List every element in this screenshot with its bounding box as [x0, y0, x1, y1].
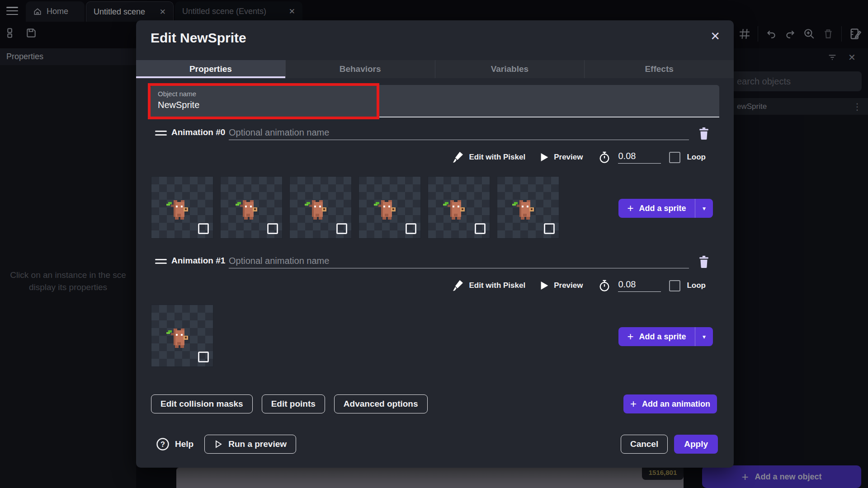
- apply-button[interactable]: Apply: [674, 435, 718, 454]
- sprite-frame-thumbnail[interactable]: [151, 305, 213, 367]
- advanced-options-button[interactable]: Advanced options: [334, 394, 428, 413]
- loop-checkbox[interactable]: [669, 280, 680, 291]
- brush-icon: [453, 280, 463, 291]
- time-between-frames-input[interactable]: [618, 151, 661, 164]
- dialog-tab-strip: Properties Behaviors Variables Effects: [136, 60, 734, 78]
- animation-controls: Edit with Piskel Preview Loop: [453, 277, 706, 294]
- sprite-pig-image: [164, 195, 194, 222]
- loop-checkbox[interactable]: [669, 152, 680, 163]
- frame-select-checkbox[interactable]: [475, 223, 486, 234]
- animation-header: Animation #1: [136, 254, 734, 269]
- time-between-frames-input[interactable]: [618, 279, 661, 292]
- sprite-pig-image: [510, 195, 540, 222]
- loop-label: Loop: [687, 153, 706, 162]
- sprite-pig-image: [164, 323, 194, 350]
- edit-collision-masks-button[interactable]: Edit collision masks: [151, 394, 253, 413]
- tab-effects[interactable]: Effects: [584, 60, 734, 78]
- edit-points-button[interactable]: Edit points: [262, 394, 325, 413]
- delete-animation-icon[interactable]: [698, 255, 710, 268]
- play-icon: [541, 153, 548, 161]
- sprite-pig-image: [441, 195, 471, 222]
- sprite-frames-list: [151, 176, 559, 239]
- drag-handle-icon[interactable]: [155, 259, 167, 266]
- play-outline-icon: [214, 440, 223, 449]
- tab-behaviors[interactable]: Behaviors: [285, 60, 435, 78]
- sprite-frame-thumbnail[interactable]: [497, 176, 559, 239]
- stopwatch-icon: [598, 279, 611, 292]
- play-icon: [541, 282, 548, 290]
- help-icon: ?: [156, 437, 170, 451]
- loop-label: Loop: [687, 281, 706, 290]
- add-sprite-button[interactable]: +Add a sprite ▾: [618, 327, 713, 346]
- chevron-down-icon: ▾: [703, 333, 706, 340]
- add-sprite-button[interactable]: +Add a sprite ▾: [618, 199, 713, 218]
- frame-select-checkbox[interactable]: [544, 223, 555, 234]
- plus-icon: +: [630, 398, 637, 410]
- animation-name-input[interactable]: [229, 126, 689, 140]
- sprite-frames-list: [151, 305, 213, 367]
- cancel-button[interactable]: Cancel: [621, 435, 668, 454]
- animation-controls: Edit with Piskel Preview Loop: [453, 149, 706, 165]
- dialog-title: Edit NewSprite: [151, 30, 246, 46]
- preview-button[interactable]: Preview: [541, 153, 583, 162]
- add-animation-button[interactable]: + Add an animation: [623, 394, 717, 413]
- animation-label: Animation #1: [171, 256, 225, 266]
- add-sprite-dropdown[interactable]: ▾: [695, 327, 713, 346]
- plus-icon: +: [627, 202, 633, 215]
- object-name-field[interactable]: Object name: [151, 85, 719, 117]
- sprite-frame-thumbnail[interactable]: [359, 176, 421, 239]
- delete-animation-icon[interactable]: [698, 127, 710, 140]
- chevron-down-icon: ▾: [703, 205, 706, 212]
- frame-select-checkbox[interactable]: [267, 223, 278, 234]
- plus-icon: +: [627, 330, 633, 343]
- animation-section-1: Animation #1 Edit with Piskel Preview Lo…: [136, 254, 734, 380]
- frame-select-checkbox[interactable]: [198, 352, 209, 362]
- svg-text:?: ?: [160, 440, 165, 448]
- frame-select-checkbox[interactable]: [406, 223, 416, 234]
- frame-select-checkbox[interactable]: [198, 223, 209, 234]
- add-sprite-dropdown[interactable]: ▾: [695, 199, 713, 218]
- edit-with-piskel-button[interactable]: Edit with Piskel: [453, 151, 525, 163]
- object-name-input[interactable]: [158, 100, 429, 110]
- edit-with-piskel-button[interactable]: Edit with Piskel: [453, 280, 525, 291]
- animation-section-0: Animation #0 Edit with Piskel Preview Lo…: [136, 126, 734, 252]
- stopwatch-icon: [598, 151, 611, 164]
- frame-select-checkbox[interactable]: [336, 223, 347, 234]
- preview-button[interactable]: Preview: [541, 281, 583, 290]
- object-name-label: Object name: [158, 90, 712, 98]
- sprite-pig-image: [302, 195, 332, 222]
- animation-header: Animation #0: [136, 126, 734, 141]
- animation-name-input[interactable]: [229, 254, 689, 268]
- sprite-frame-thumbnail[interactable]: [151, 176, 213, 239]
- help-button[interactable]: ? Help: [156, 437, 193, 451]
- animation-label: Animation #0: [171, 127, 225, 137]
- edit-sprite-dialog: Edit NewSprite ✕ Properties Behaviors Va…: [136, 20, 734, 468]
- sprite-frame-thumbnail[interactable]: [289, 176, 352, 239]
- drag-handle-icon[interactable]: [155, 131, 167, 138]
- run-preview-button[interactable]: Run a preview: [204, 435, 296, 454]
- close-dialog-icon[interactable]: ✕: [710, 29, 720, 43]
- sprite-pig-image: [372, 195, 401, 222]
- sprite-frame-thumbnail[interactable]: [220, 176, 283, 239]
- brush-icon: [453, 151, 463, 163]
- tab-variables[interactable]: Variables: [435, 60, 585, 78]
- tab-properties[interactable]: Properties: [136, 60, 285, 78]
- sprite-pig-image: [233, 195, 263, 222]
- sprite-frame-thumbnail[interactable]: [428, 176, 490, 239]
